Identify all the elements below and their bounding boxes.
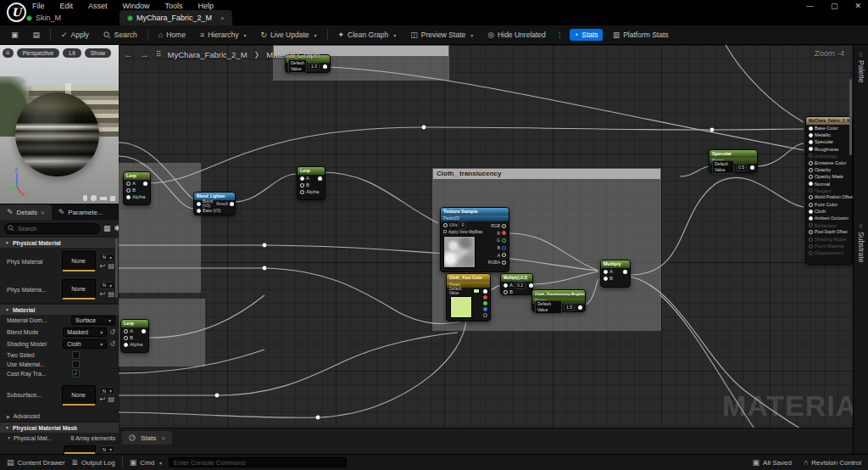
node-blend-lighten[interactable]: Blend_Lighten Blend (V3)Result Base (V3) [193, 192, 236, 215]
input-pin[interactable] [809, 168, 813, 172]
input-pin[interactable] [809, 140, 813, 144]
apply-button[interactable]: ✓Apply [57, 29, 93, 41]
more-options-icon[interactable]: ⋮ [556, 31, 564, 39]
input-pin[interactable] [300, 183, 304, 187]
output-pin[interactable] [750, 165, 754, 170]
browse-to-asset-icon[interactable]: ▤ [108, 395, 114, 403]
node-texture-sample[interactable]: Texture Sample Param2D UVs0 Apply View M… [440, 207, 509, 272]
input-pin[interactable] [124, 343, 128, 347]
tab-details[interactable]: ✎ Details × [0, 204, 52, 220]
node-lerp-3[interactable]: Lerp A B Alpha [120, 319, 149, 353]
menu-edit[interactable]: Edit [60, 2, 74, 10]
stats-button[interactable]: ◔Stats [570, 29, 603, 41]
tab-palette[interactable]: ⠿ Palette [854, 52, 868, 82]
plane-shape-icon[interactable] [100, 197, 107, 200]
breadcrumb-root[interactable]: MyChara_Fabric_2_M [168, 50, 248, 59]
comment-title[interactable]: Cloth_ translucency [433, 169, 660, 179]
input-pin-a[interactable] [504, 283, 508, 288]
input-pin[interactable] [809, 154, 813, 158]
input-pin[interactable] [124, 329, 128, 333]
input-pin[interactable] [809, 210, 813, 214]
input-pin[interactable] [809, 223, 813, 227]
input-pin[interactable] [197, 202, 201, 206]
platform-stats-button[interactable]: ▥Platform Stats [609, 29, 673, 41]
sphere-shape-icon[interactable] [91, 195, 97, 201]
reset-to-default-icon[interactable]: ↺ [109, 328, 115, 336]
show-button[interactable]: Show [85, 48, 112, 58]
output-pin-b[interactable] [502, 246, 506, 250]
input-pin[interactable] [809, 216, 813, 221]
output-pin[interactable] [142, 329, 146, 333]
menu-file[interactable]: File [32, 2, 45, 10]
use-material-attributes-checkbox[interactable] [72, 361, 80, 368]
two-sided-checkbox[interactable] [72, 351, 80, 359]
breadcrumb-current[interactable]: Material Graph [266, 50, 320, 59]
details-scrollbar[interactable] [115, 238, 118, 298]
input-pin[interactable] [126, 195, 131, 199]
cube-shape-icon[interactable] [110, 196, 115, 201]
phys-material-map-asset-picker[interactable]: None [62, 279, 96, 299]
search-button[interactable]: Search [99, 29, 142, 41]
browse-to-asset-icon[interactable]: ▤ [108, 262, 114, 270]
browse-asset-button[interactable]: ▤ [29, 29, 45, 41]
lit-button[interactable]: Lit [63, 48, 81, 58]
stats-tab[interactable]: Stats × [122, 431, 172, 445]
home-button[interactable]: ⌂Home [154, 29, 190, 41]
input-pin[interactable] [809, 126, 813, 131]
revision-control-button[interactable]: ⑃Revision Control [804, 458, 861, 467]
use-selected-icon[interactable]: ↩ [100, 290, 106, 298]
node-material-root[interactable]: MyChara_Fabric_2_M Base Color Metallic S… [805, 116, 853, 265]
node-translucency-brightness-parameter[interactable]: Cloth_Translucency Brightness Param Defa… [531, 289, 586, 312]
type-filter-dropdown[interactable]: N▾ [99, 254, 115, 261]
section-physical-material-mask[interactable]: ▼Physical Material Mask [0, 422, 119, 433]
input-pin[interactable] [809, 147, 813, 151]
input-pin[interactable] [300, 190, 304, 194]
cast-ray-traced-shadows-checkbox[interactable]: ✓ [72, 370, 80, 378]
output-pin[interactable] [623, 270, 627, 274]
material-preview-sphere[interactable] [15, 92, 99, 176]
output-pin-a[interactable] [502, 253, 506, 257]
output-pin-r[interactable] [502, 231, 506, 235]
subsurface-profile-asset-picker[interactable]: None [62, 385, 96, 406]
output-pin[interactable] [483, 289, 487, 294]
input-pin[interactable] [809, 161, 813, 165]
material-graph-canvas[interactable]: MATERIAL Cloth_ translucency [119, 45, 853, 454]
hierarchy-button[interactable]: ≡Hierarchy▾ [196, 29, 251, 41]
output-pin-a[interactable] [483, 313, 487, 317]
node-multiply-small[interactable]: Multiply(,0.2) A0.2 B [500, 273, 533, 295]
tab-close-icon[interactable]: × [161, 434, 165, 442]
blend-mode-dropdown[interactable]: Masked▾ [63, 327, 107, 337]
graph-scrollbar[interactable] [849, 79, 852, 155]
phys-material-asset-picker[interactable]: None [62, 251, 96, 271]
material-domain-dropdown[interactable]: Surface▾ [71, 316, 115, 325]
all-saved-button[interactable]: ▣All Saved [753, 458, 792, 467]
shading-model-dropdown[interactable]: Cloth▾ [63, 339, 107, 349]
mip-checkbox[interactable] [443, 230, 447, 233]
reset-to-default-icon[interactable]: ↺ [109, 340, 115, 348]
output-log-button[interactable]: ≣Output Log [72, 458, 115, 467]
tab-close-icon[interactable]: × [41, 209, 45, 216]
output-pin[interactable] [143, 182, 147, 186]
content-drawer-button[interactable]: ▤Content Drawer [7, 458, 65, 467]
use-selected-icon[interactable]: ↩ [100, 395, 106, 403]
menu-tools[interactable]: Tools [165, 2, 183, 10]
node-lerp-1[interactable]: Lerp A B Alpha [123, 171, 151, 205]
output-pin[interactable] [529, 283, 533, 288]
input-pin[interactable] [809, 182, 813, 186]
details-search-input[interactable] [4, 223, 100, 234]
advanced-row[interactable]: ▶ Advanced [0, 411, 119, 422]
section-physical-material[interactable]: ▼Physical Material [0, 237, 119, 248]
tab-substrate[interactable]: ⠿ Substrate [854, 223, 868, 262]
input-pin[interactable] [809, 244, 813, 249]
input-pin[interactable] [809, 251, 813, 255]
view-options-icon[interactable]: ▦ [103, 224, 111, 232]
input-pin[interactable] [126, 182, 131, 186]
output-pin-rgb[interactable] [502, 224, 506, 228]
input-pin[interactable] [809, 188, 813, 193]
perspective-button[interactable]: Perspective [17, 48, 60, 58]
input-pin[interactable] [809, 238, 813, 242]
section-material[interactable]: ▼Material [0, 304, 119, 315]
hide-unrelated-button[interactable]: ◎Hide Unrelated [483, 29, 550, 41]
minimize-button[interactable]: — [806, 2, 814, 10]
console-command-input[interactable] [169, 457, 347, 467]
